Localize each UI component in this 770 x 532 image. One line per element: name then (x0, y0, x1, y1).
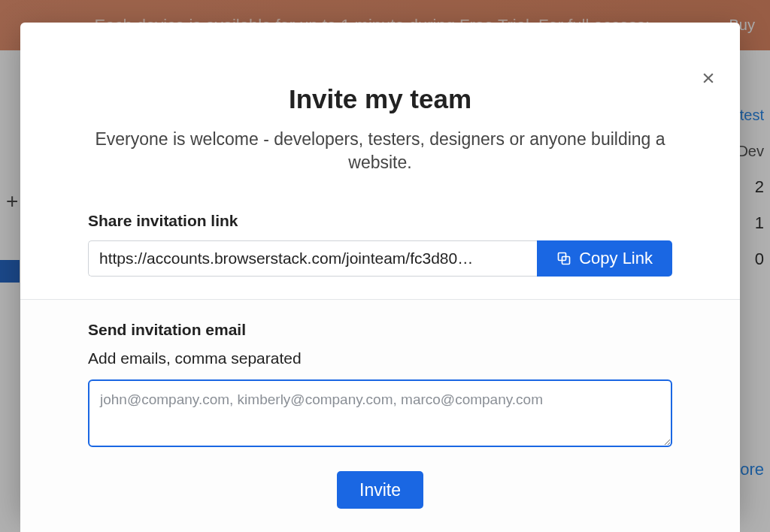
modal-title: Invite my team (88, 84, 672, 114)
send-email-label: Send invitation email (88, 321, 672, 339)
modal-subtitle: Everyone is welcome - developers, tester… (88, 128, 672, 174)
modal-lower-section: Send invitation email Add emails, comma … (20, 300, 740, 532)
copy-icon (556, 251, 571, 266)
invite-team-modal: Invite my team Everyone is welcome - dev… (20, 23, 740, 515)
copy-link-label: Copy Link (579, 249, 653, 268)
share-link-row: https://accounts.browserstack.com/jointe… (88, 240, 672, 277)
invite-button[interactable]: Invite (337, 471, 423, 509)
email-input[interactable] (88, 379, 672, 447)
modal-upper-section: Invite my team Everyone is welcome - dev… (20, 23, 740, 300)
copy-link-button[interactable]: Copy Link (537, 240, 672, 277)
close-button[interactable] (699, 69, 717, 87)
share-link-label: Share invitation link (88, 212, 672, 230)
share-link-input[interactable]: https://accounts.browserstack.com/jointe… (88, 240, 537, 277)
close-icon (701, 71, 716, 86)
email-hint: Add emails, comma separated (88, 349, 672, 367)
